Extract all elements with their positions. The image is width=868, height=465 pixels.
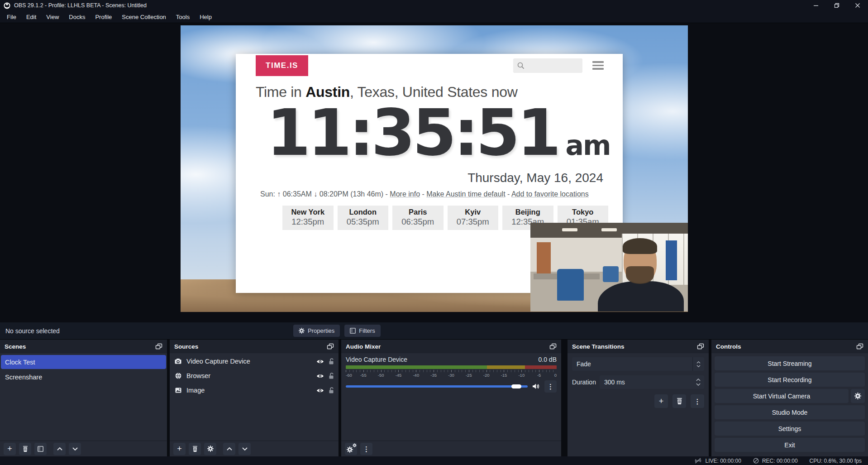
timeis-clock: 11:35:51 am [267, 101, 610, 165]
audio-mixer-toolbar: ⋮ [341, 441, 561, 456]
image-icon [174, 388, 182, 393]
source-row-browser[interactable]: Browser [170, 369, 339, 383]
start-streaming-button[interactable]: Start Streaming [715, 356, 865, 370]
chevron-up-icon [227, 447, 232, 451]
select-chevrons [692, 357, 704, 371]
start-virtual-camera-button[interactable]: Start Virtual Camera [715, 389, 849, 403]
menu-file[interactable]: File [2, 11, 21, 23]
add-scene-button[interactable]: + [4, 443, 16, 455]
scene-filters-button[interactable] [34, 443, 47, 455]
spin-up-icon[interactable] [696, 379, 701, 381]
source-status-text: No source selected [5, 327, 60, 335]
move-source-down-button[interactable] [238, 443, 251, 455]
obs-logo-icon [4, 2, 10, 9]
settings-button[interactable]: Settings [715, 422, 865, 436]
scenes-list: Clock Test Screenshare [0, 353, 167, 441]
popout-icon[interactable] [697, 343, 704, 350]
close-button[interactable] [847, 0, 868, 11]
filters-button[interactable]: Filters [344, 325, 380, 337]
plus-icon: + [7, 445, 12, 453]
popout-icon[interactable] [327, 343, 334, 350]
virtual-camera-settings-button[interactable] [851, 389, 865, 403]
studio-mode-button[interactable]: Studio Mode [715, 405, 865, 419]
scenes-panel-header: Scenes [0, 340, 167, 353]
minimize-button[interactable] [806, 0, 826, 11]
visibility-eye-icon[interactable] [316, 373, 324, 379]
visibility-eye-icon[interactable] [316, 359, 324, 364]
live-status: LIVE: 00:00:00 [694, 458, 741, 464]
city-card: Paris06:35pm [392, 206, 444, 230]
transition-select[interactable]: Fade [572, 357, 704, 371]
menu-help[interactable]: Help [195, 11, 217, 23]
remove-scene-button[interactable] [19, 443, 31, 455]
filter-icon [38, 446, 43, 452]
add-transition-button[interactable]: + [654, 394, 668, 408]
audio-mixer-panel: Audio Mixer Video Capture Device 0.0 dB … [341, 340, 561, 456]
city-card: Kyiv07:35pm [448, 206, 499, 230]
menu-view[interactable]: View [41, 11, 64, 23]
mixer-channel-menu-button[interactable]: ⋮ [544, 380, 557, 393]
window-controls [806, 0, 868, 11]
person [590, 235, 688, 312]
volume-slider-handle[interactable] [511, 384, 521, 388]
menu-scene-collection[interactable]: Scene Collection [117, 11, 171, 23]
move-scene-down-button[interactable] [69, 443, 81, 455]
popout-icon[interactable] [155, 343, 162, 350]
menu-bar: File Edit View Docks Profile Scene Colle… [0, 11, 868, 23]
more-info-link: More info [390, 190, 420, 198]
duration-spinbox[interactable]: 300 ms [600, 375, 704, 389]
remove-source-button[interactable] [189, 443, 201, 455]
menu-profile[interactable]: Profile [90, 11, 117, 23]
start-recording-button[interactable]: Start Recording [715, 373, 865, 387]
menu-edit[interactable]: Edit [21, 11, 41, 23]
gear-icon [207, 446, 214, 452]
transition-value: Fade [577, 360, 591, 368]
transition-menu-button[interactable]: ⋮ [691, 394, 704, 408]
city-card: London05:35pm [338, 206, 389, 230]
remove-transition-button[interactable] [672, 394, 686, 408]
speaker-icon[interactable] [532, 383, 540, 390]
trash-icon [192, 446, 198, 452]
globe-icon [174, 373, 182, 379]
window-title: OBS 29.1.2 - Profile: LLHLS BETA - Scene… [14, 2, 147, 9]
volume-slider-track[interactable] [346, 385, 528, 388]
move-scene-up-button[interactable] [53, 443, 66, 455]
dock-panels: Scenes Clock Test Screenshare + Sources [0, 340, 868, 456]
spin-down-icon[interactable] [696, 383, 701, 386]
lock-icon[interactable] [329, 358, 334, 364]
add-source-button[interactable]: + [173, 443, 186, 455]
scene-transitions-header: Scene Transitions [568, 340, 709, 353]
scenes-toolbar: + [0, 441, 167, 456]
menu-tools[interactable]: Tools [171, 11, 195, 23]
popout-icon[interactable] [549, 343, 557, 350]
kebab-icon: ⋮ [363, 446, 370, 452]
menu-docks[interactable]: Docks [64, 11, 90, 23]
advanced-audio-button[interactable] [345, 443, 357, 455]
lock-icon[interactable] [329, 373, 334, 379]
source-row-video-capture[interactable]: Video Capture Device [170, 354, 339, 369]
restore-button[interactable] [826, 0, 847, 11]
webcam-overlay [530, 223, 688, 312]
trash-icon [677, 398, 682, 404]
popout-icon[interactable] [856, 343, 863, 350]
volume-slider[interactable] [346, 384, 528, 388]
timeis-logo: TIME.IS [256, 55, 308, 76]
source-row-image[interactable]: Image [170, 383, 339, 398]
scene-item-screenshare[interactable]: Screenshare [1, 370, 166, 384]
properties-button[interactable]: Properties [293, 325, 340, 337]
preview-canvas[interactable]: TIME.IS Time in Austin, Texas, United St… [181, 25, 688, 312]
move-source-up-button[interactable] [223, 443, 235, 455]
scene-transitions-panel: Scene Transitions Fade Duration 300 ms [568, 340, 709, 456]
source-properties-button[interactable] [204, 443, 216, 455]
record-inactive-icon [753, 458, 759, 464]
gear-icon [299, 328, 305, 334]
clock-digits: 11:35:51 [267, 101, 558, 165]
mixer-menu-button[interactable]: ⋮ [360, 443, 372, 455]
scene-item-clock-test[interactable]: Clock Test [1, 355, 166, 369]
search-icon [517, 62, 525, 70]
lock-icon[interactable] [329, 387, 334, 393]
visibility-eye-icon[interactable] [316, 388, 324, 393]
exit-button[interactable]: Exit [715, 438, 865, 452]
sources-list: Video Capture Device Browser [170, 353, 339, 441]
audio-mixer-body: Video Capture Device 0.0 dB -60-55-50-45… [341, 353, 561, 441]
